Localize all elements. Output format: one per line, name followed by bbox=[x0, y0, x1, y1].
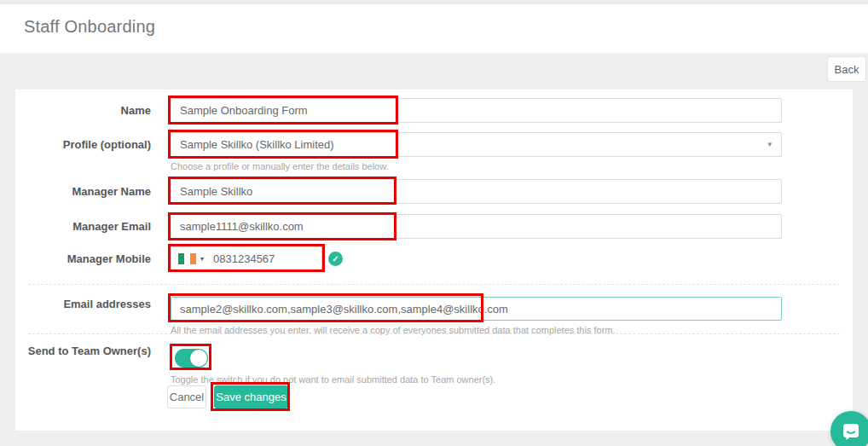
name-input[interactable] bbox=[171, 98, 782, 123]
profile-select[interactable]: Sample Skillko (Skillko Limited) ▾ bbox=[171, 132, 782, 157]
toggle-knob bbox=[190, 350, 207, 367]
chat-launcher-button[interactable] bbox=[830, 411, 868, 446]
profile-help-text: Choose a profile or manually enter the d… bbox=[171, 161, 389, 171]
staff-onboarding-page: Staff Onboarding Back Name Profile (opti… bbox=[0, 0, 868, 446]
chat-bubble-icon bbox=[840, 420, 862, 443]
chevron-down-icon: ▾ bbox=[767, 140, 772, 148]
send-to-team-owners-toggle[interactable] bbox=[175, 349, 208, 368]
manager-name-input[interactable] bbox=[171, 179, 782, 204]
ireland-flag-icon bbox=[178, 253, 196, 264]
profile-selected-value: Sample Skillko (Skillko Limited) bbox=[180, 138, 334, 151]
save-changes-button[interactable]: Save changes bbox=[214, 385, 288, 408]
form-card: Name Profile (optional) Sample Skillko (… bbox=[15, 90, 853, 431]
email-addresses-label: Email addresses bbox=[15, 298, 151, 310]
valid-check-icon: ✓ bbox=[328, 252, 343, 266]
manager-mobile-input[interactable]: ▾ 0831234567 bbox=[171, 246, 322, 272]
cancel-button[interactable]: Cancel bbox=[167, 385, 206, 408]
send-to-team-owners-help-text: Toggle the switch if you do not want to … bbox=[171, 374, 495, 385]
top-nav-edge bbox=[0, 0, 868, 4]
email-addresses-input[interactable] bbox=[171, 297, 782, 321]
page-title: Staff Onboarding bbox=[24, 17, 155, 37]
section-divider bbox=[28, 284, 840, 285]
country-dropdown-caret-icon[interactable]: ▾ bbox=[200, 255, 204, 263]
profile-label: Profile (optional) bbox=[15, 138, 151, 151]
manager-email-label: Manager Email bbox=[15, 220, 151, 233]
manager-name-label: Manager Name bbox=[15, 185, 151, 198]
send-to-team-owners-label: Send to Team Owner(s) bbox=[15, 345, 151, 357]
back-button[interactable]: Back bbox=[827, 56, 866, 82]
manager-mobile-number: 0831234567 bbox=[213, 252, 275, 265]
manager-email-input[interactable] bbox=[171, 214, 782, 239]
manager-mobile-label: Manager Mobile bbox=[15, 252, 151, 265]
name-label: Name bbox=[15, 104, 151, 117]
section-divider bbox=[28, 333, 840, 334]
